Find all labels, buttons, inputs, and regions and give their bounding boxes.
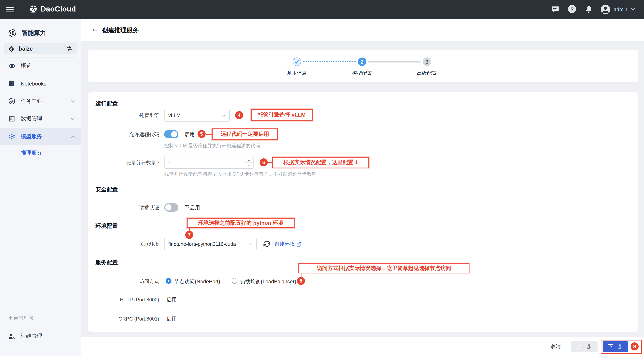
avatar[interactable] — [601, 4, 610, 14]
annotation-line-4 — [243, 115, 251, 115]
user-gear-icon — [8, 333, 16, 340]
env-value: finetune-lora-python3116-cuda — [168, 241, 246, 247]
stepper-down-icon[interactable]: ▼ — [245, 163, 253, 168]
task-check-icon — [8, 97, 16, 105]
number-stepper: ▲ ▼ — [245, 157, 253, 168]
daocloud-logo-icon — [28, 4, 38, 14]
module-header: 智能算力 — [0, 24, 81, 41]
auth-state: 不启用 — [184, 204, 200, 211]
main-area: ← 创建推理服务 2 3 基本信息 模型配置 高级配置 运行配置 托管引擎 vL… — [81, 19, 644, 356]
sidebar-subitem-label: 推理服务 — [21, 150, 42, 156]
sidebar: 智能算力 baize 概览 Notebooks — [0, 19, 81, 356]
page-header: ← 创建推理服务 — [81, 19, 644, 41]
env-select[interactable]: finetune-lora-python3116-cuda — [164, 238, 256, 250]
annotation-note-8: 访问方式根据实际情况选择，这里简单起见选择节点访问 — [298, 263, 470, 273]
sidebar-item-overview[interactable]: 概览 — [0, 57, 81, 74]
help-icon[interactable]: ? — [568, 5, 576, 13]
create-env-link[interactable]: 创建环境 — [274, 241, 302, 248]
topbar: DaoCloud ? admin — [0, 0, 644, 19]
book-icon — [8, 80, 16, 87]
radio-nodeport-label[interactable]: 节点访问(NodePort) — [174, 278, 220, 285]
sidebar-item-data-management[interactable]: 数据管理 — [0, 110, 81, 127]
username[interactable]: admin — [614, 6, 627, 12]
stepper-card: 2 3 基本信息 模型配置 高级配置 — [88, 50, 638, 82]
message-icon[interactable] — [551, 5, 560, 14]
remote-code-state: 启用 — [184, 131, 195, 138]
form-card: 运行配置 托管引擎 vLLM 4 托管引擎选择 vLLM 允许远程代码 启用 5… — [88, 92, 638, 332]
workspace-name: baize — [19, 46, 66, 52]
annotation-badge-7: 7 — [185, 231, 193, 239]
step-2-circle[interactable]: 2 — [358, 57, 366, 66]
engine-select[interactable]: vLLM — [164, 109, 230, 122]
sidebar-item-model-services[interactable]: 模型服务 — [0, 128, 81, 145]
tensor-parallel-label: 张量并行数量* — [102, 159, 159, 166]
cancel-button[interactable]: 取消 — [550, 343, 561, 350]
chevron-down-icon[interactable] — [630, 8, 635, 11]
annotation-note-6: 根据实际情况配置，这里配置 1 — [272, 157, 369, 168]
chevron-down-icon — [70, 117, 75, 120]
chevron-up-icon — [70, 135, 75, 138]
back-arrow-icon[interactable]: ← — [90, 25, 99, 33]
annotation-line-8 — [301, 273, 302, 277]
annotation-badge-9: 9 — [630, 343, 639, 351]
required-asterisk: * — [157, 160, 159, 166]
step-3-label: 高级配置 — [408, 70, 446, 77]
sidebar-item-label: 概览 — [21, 62, 81, 69]
step-connector-dotted — [303, 61, 356, 62]
page-title: 创建推理服务 — [102, 26, 139, 34]
chevron-down-icon — [222, 114, 226, 116]
step-2-label: 模型配置 — [343, 70, 381, 77]
annotation-note-4: 托管引擎选择 vLLM — [251, 109, 312, 121]
sidebar-item-notebooks[interactable]: Notebooks — [0, 75, 81, 92]
sidebar-item-label: 模型服务 — [21, 133, 70, 140]
annotation-note-5: 远程代码一定要启用 — [212, 128, 278, 140]
step-1-label: 基本信息 — [278, 70, 316, 77]
role-label: 平台管理员 — [8, 315, 34, 322]
tensor-parallel-input-wrap: ▲ ▼ — [164, 156, 254, 169]
remote-code-label: 允许远程代码 — [102, 131, 159, 138]
sidebar-item-label: 数据管理 — [21, 115, 70, 122]
external-link-icon — [296, 242, 302, 247]
remote-code-toggle[interactable] — [164, 130, 178, 138]
switch-workspace-icon[interactable] — [66, 46, 72, 52]
engine-value: vLLM — [168, 112, 220, 118]
sidebar-item-ops-management[interactable]: 运维管理 — [0, 328, 81, 345]
section-runtime-config: 运行配置 — [96, 100, 118, 107]
step-3-circle[interactable]: 3 — [423, 57, 431, 66]
auth-toggle[interactable] — [164, 203, 178, 212]
radio-loadbalancer[interactable] — [232, 278, 238, 284]
radio-nodeport[interactable] — [166, 278, 172, 284]
step-connector-solid — [368, 61, 421, 62]
menu-icon[interactable] — [6, 5, 14, 13]
workspace-selector[interactable]: baize — [4, 43, 77, 54]
create-env-link-label: 创建环境 — [274, 241, 295, 248]
next-step-button[interactable]: 下一步 — [602, 341, 628, 352]
sidebar-item-task-center[interactable]: 任务中心 — [0, 93, 81, 110]
radio-loadbalancer-label[interactable]: 负载均衡(LoadBalancer) — [240, 278, 296, 285]
section-security-config: 安全配置 — [96, 186, 118, 193]
sidebar-item-label: Notebooks — [21, 80, 81, 87]
molecule-icon — [8, 133, 16, 140]
annotation-badge-4: 4 — [235, 111, 243, 119]
access-mode-label: 访问方式 — [102, 278, 159, 285]
sidebar-item-label: 运维管理 — [21, 333, 81, 340]
refresh-icon[interactable] — [264, 240, 270, 247]
annotation-badge-8: 8 — [297, 277, 305, 285]
stepper-up-icon[interactable]: ▲ — [245, 157, 253, 163]
auth-label: 请求认证 — [102, 204, 159, 211]
module-title: 智能算力 — [22, 29, 46, 37]
bell-icon[interactable] — [584, 5, 593, 14]
step-1-done-icon[interactable] — [293, 57, 301, 66]
section-service-config: 服务配置 — [96, 259, 118, 266]
sidebar-item-label: 任务中心 — [21, 98, 70, 105]
http-port-label: HTTP (Port:8000) — [102, 296, 159, 303]
footer-bar: 取消 上一步 下一步 9 — [81, 338, 644, 356]
prev-step-button[interactable]: 上一步 — [571, 341, 598, 352]
divider — [6, 309, 75, 310]
tensor-parallel-input[interactable] — [164, 156, 241, 168]
grpc-port-label: GRPC (Port:8001) — [102, 316, 159, 322]
app-window: DaoCloud ? admin 智能算力 baize — [0, 0, 644, 356]
annotation-line-6 — [268, 162, 272, 163]
annotation-badge-5: 5 — [198, 130, 206, 138]
sidebar-subitem-inference[interactable]: 推理服务 — [0, 145, 81, 161]
